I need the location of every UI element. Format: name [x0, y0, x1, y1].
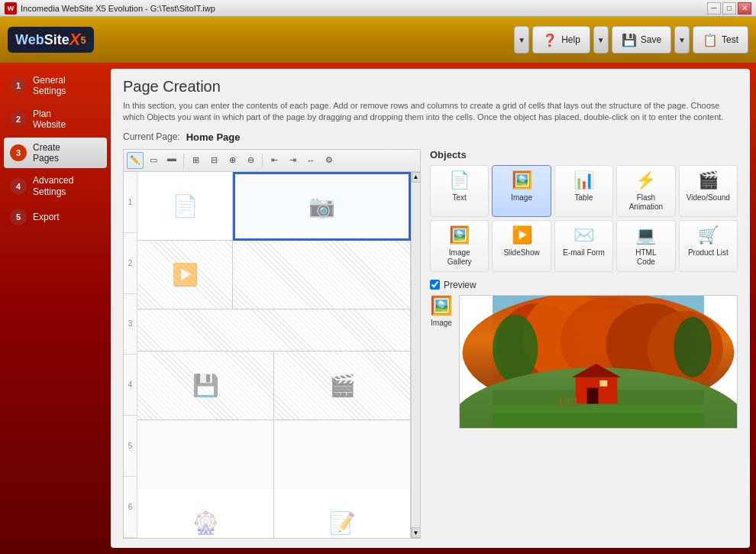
- cell-4-1[interactable]: 💾: [137, 352, 274, 420]
- preview-obj-label: Image: [431, 319, 452, 327]
- object-gallery[interactable]: 🖼️ ImageGallery: [430, 220, 489, 272]
- gallery-icon: 🖼️: [449, 225, 470, 245]
- tool-align-center[interactable]: ↔: [302, 152, 319, 169]
- row-num-5: 5: [124, 416, 137, 477]
- preview-image: [459, 295, 738, 429]
- cell-6-2[interactable]: 📝: [274, 489, 411, 538]
- save-dropdown-arrow[interactable]: ▼: [593, 26, 609, 53]
- sidebar-item-export[interactable]: 5 Export: [4, 204, 107, 230]
- tool-remove-col[interactable]: ⊟: [205, 152, 222, 169]
- save-button[interactable]: 💾 Save: [612, 26, 671, 53]
- app-icon: W: [5, 2, 17, 15]
- current-page-row: Current Page: Home Page: [123, 131, 738, 143]
- object-html[interactable]: 💻 HTMLCode: [616, 220, 675, 272]
- cell-4-2[interactable]: 🎬: [274, 352, 411, 420]
- sidebar: 1 GeneralSettings 2 PlanWebsite 3 Create…: [0, 63, 111, 554]
- table-icon: 📊: [573, 170, 594, 190]
- flash-label: FlashAnimation: [629, 193, 663, 212]
- product-icon: 🛒: [698, 225, 719, 245]
- email-icon: ✉️: [573, 225, 594, 245]
- sidebar-item-advanced[interactable]: 4 AdvancedSettings: [4, 170, 107, 202]
- grid-cells: 📄 📷 ▶️: [137, 172, 411, 538]
- preview-obj-icon: 🖼️: [430, 295, 453, 316]
- grid-row-5: [137, 420, 411, 489]
- object-slideshow[interactable]: ▶️ SlideShow: [492, 220, 551, 272]
- svg-point-8: [674, 316, 711, 377]
- text-label: Text: [453, 193, 467, 202]
- objects-panel: Objects 📄 Text 🖼️ Image 📊 Ta: [430, 149, 738, 539]
- sidebar-item-plan[interactable]: 2 PlanWebsite: [4, 104, 107, 135]
- maximize-button[interactable]: □: [722, 2, 736, 15]
- object-video[interactable]: 🎬 Video/Sound: [679, 165, 738, 217]
- cell-2-2[interactable]: [233, 241, 411, 309]
- title-bar: W Incomedia WebSite X5 Evolution - G:\Te…: [0, 0, 756, 17]
- flash-icon: ⚡: [635, 170, 656, 190]
- svg-rect-16: [493, 413, 704, 428]
- table-label: Table: [575, 193, 593, 202]
- minimize-button[interactable]: ─: [707, 2, 721, 15]
- cell-5-1[interactable]: [137, 420, 274, 489]
- page-description: In this section, you can enter the conte…: [123, 100, 738, 124]
- object-email[interactable]: ✉️ E-mail Form: [554, 220, 613, 272]
- editor-area: ✏️ ▭ ➖ ⊞ ⊟ ⊕ ⊖ ⇤ ⇥ ↔ ⚙ 1: [123, 149, 738, 539]
- html-label: HTMLCode: [635, 248, 656, 267]
- grid-content: 1 2 3 4 5 6 📄: [124, 172, 420, 538]
- grid-row-6: 🎡 📝: [137, 489, 411, 538]
- test-button[interactable]: 📋 Test: [693, 26, 748, 53]
- object-flash[interactable]: ⚡ FlashAnimation: [616, 165, 675, 217]
- preview-label: Preview: [444, 280, 477, 290]
- scroll-up-btn[interactable]: ▲: [412, 172, 421, 183]
- cell-3-1[interactable]: [137, 309, 411, 352]
- preview-check-row: Preview: [430, 280, 738, 290]
- cell-icon-1-1: 📄: [172, 193, 199, 219]
- tool-rect[interactable]: ▭: [145, 152, 162, 169]
- page-title: Page Creation: [123, 78, 738, 96]
- sidebar-num-5: 5: [10, 209, 27, 225]
- tool-add-row[interactable]: ⊕: [224, 152, 241, 169]
- grid-row-2: ▶️: [137, 241, 411, 309]
- cell-5-2[interactable]: [274, 420, 411, 489]
- row-num-6: 6: [124, 477, 137, 538]
- sidebar-item-general[interactable]: 1 GeneralSettings: [4, 70, 107, 102]
- help-dropdown-arrow[interactable]: ▼: [514, 26, 529, 53]
- tool-pencil[interactable]: ✏️: [127, 152, 144, 169]
- preview-checkbox[interactable]: [430, 280, 440, 290]
- test-dropdown-arrow[interactable]: ▼: [674, 26, 690, 53]
- object-image[interactable]: 🖼️ Image: [492, 165, 551, 217]
- cell-6-1[interactable]: 🎡: [137, 489, 274, 538]
- current-page-name: Home Page: [186, 131, 241, 143]
- cell-1-1[interactable]: 📄: [137, 172, 233, 241]
- current-page-label: Current Page:: [123, 131, 180, 142]
- scroll-track[interactable]: [412, 183, 420, 526]
- help-button[interactable]: ❓ Help: [532, 26, 590, 53]
- close-button[interactable]: ✕: [738, 2, 751, 15]
- sidebar-item-create[interactable]: 3 CreatePages: [4, 138, 107, 169]
- tool-properties[interactable]: ⚙: [321, 152, 338, 169]
- video-icon: 🎬: [698, 170, 719, 190]
- object-text[interactable]: 📄 Text: [430, 165, 489, 217]
- tool-minus-row[interactable]: ➖: [163, 152, 180, 169]
- cell-icon-4-1: 💾: [192, 373, 219, 398]
- cell-icon-6-2: 📝: [329, 510, 356, 536]
- text-icon: 📄: [449, 170, 470, 190]
- svg-point-7: [493, 314, 538, 382]
- tool-remove-row[interactable]: ⊖: [242, 152, 259, 169]
- sidebar-num-3: 3: [10, 144, 27, 161]
- tool-align-left[interactable]: ⇤: [266, 152, 283, 169]
- email-label: E-mail Form: [563, 248, 604, 258]
- cell-icon-4-2: 🎬: [329, 373, 356, 398]
- sidebar-num-2: 2: [10, 111, 27, 128]
- cell-2-1[interactable]: ▶️: [137, 241, 233, 309]
- cell-1-2[interactable]: 📷: [233, 172, 411, 241]
- object-product[interactable]: 🛒 Product List: [679, 220, 738, 272]
- object-table[interactable]: 📊 Table: [554, 165, 613, 217]
- main-layout: 1 GeneralSettings 2 PlanWebsite 3 Create…: [0, 63, 756, 554]
- tool-add-col[interactable]: ⊞: [187, 152, 204, 169]
- row-numbers: 1 2 3 4 5 6: [124, 172, 137, 538]
- tool-align-right[interactable]: ⇥: [284, 152, 301, 169]
- svg-rect-13: [587, 387, 599, 403]
- preview-icon-box: 🖼️ Image: [430, 295, 453, 327]
- sidebar-label-export: Export: [33, 212, 60, 222]
- cell-icon-6-1: 🎡: [192, 510, 219, 536]
- scroll-down-btn[interactable]: ▼: [412, 527, 421, 538]
